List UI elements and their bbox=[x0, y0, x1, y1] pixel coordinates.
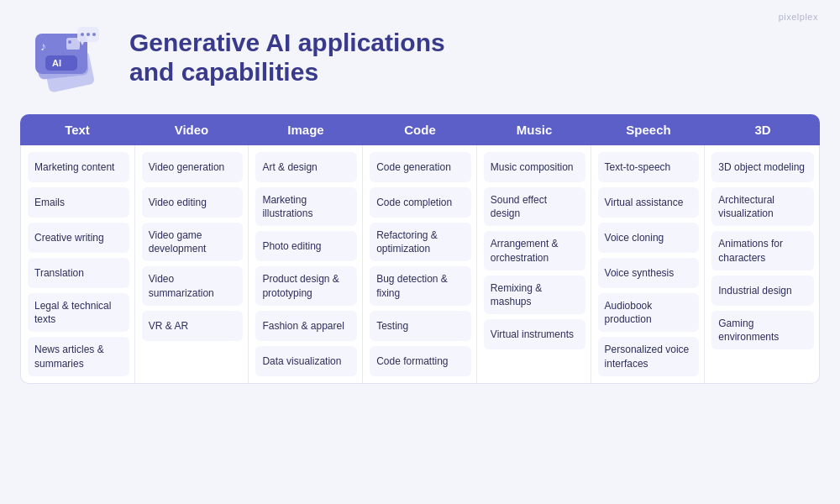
page: pixelplex ♪ AI bbox=[0, 0, 840, 504]
header: ♪ AI Generative AI applications and capa… bbox=[20, 15, 820, 99]
table-cell: Remixing & mashups bbox=[484, 276, 585, 314]
table-cell: Music composition bbox=[484, 152, 585, 182]
table-cell: Refactoring & optimization bbox=[370, 223, 471, 261]
table-body: Marketing contentEmailsCreative writingT… bbox=[20, 145, 820, 384]
table-cell: VR & AR bbox=[142, 311, 244, 341]
svg-point-5 bbox=[68, 40, 71, 44]
table-cell: Marketing content bbox=[28, 152, 129, 182]
table-cell: Animations for characters bbox=[711, 231, 814, 270]
brand-label: pixelplex bbox=[779, 12, 818, 22]
svg-text:♪: ♪ bbox=[40, 39, 46, 53]
table-cell: Arrangement & orchestration bbox=[484, 231, 585, 270]
table-cell: Creative writing bbox=[28, 223, 129, 253]
col-header-3d: 3D bbox=[706, 114, 820, 145]
col-header-text: Text bbox=[20, 114, 134, 145]
capabilities-table: TextVideoImageCodeMusicSpeech3D Marketin… bbox=[20, 114, 820, 384]
col-header-code: Code bbox=[363, 114, 477, 145]
table-cell: Product design & prototyping bbox=[255, 266, 357, 305]
col-body-music: Music compositionSound effect designArra… bbox=[477, 145, 591, 383]
svg-rect-7 bbox=[45, 55, 77, 71]
table-cell: Code formatting bbox=[370, 346, 471, 376]
col-header-image: Image bbox=[249, 114, 363, 145]
table-cell: Legal & technical texts bbox=[28, 293, 129, 332]
table-cell: Sound effect design bbox=[484, 187, 585, 226]
table-cell: Emails bbox=[28, 187, 129, 218]
table-header-row: TextVideoImageCodeMusicSpeech3D bbox=[20, 114, 820, 145]
col-body-video: Video generationVideo editingVideo game … bbox=[135, 145, 249, 383]
svg-point-12 bbox=[92, 33, 96, 36]
table-cell: Data visualization bbox=[255, 346, 357, 376]
col-body-speech: Text-to-speechVirtual assistanceVoice cl… bbox=[591, 145, 706, 383]
col-body-code: Code generationCode completionRefactorin… bbox=[363, 145, 477, 383]
svg-point-11 bbox=[87, 33, 90, 36]
table-cell: Industrial design bbox=[711, 276, 814, 306]
table-cell: Voice cloning bbox=[598, 223, 700, 253]
table-cell: Voice synthesis bbox=[598, 258, 700, 288]
title-line1: Generative AI applications bbox=[129, 28, 445, 57]
title-line2: and capabilities bbox=[129, 57, 445, 87]
table-cell: Audiobook production bbox=[598, 293, 700, 332]
col-header-music: Music bbox=[477, 114, 591, 145]
table-cell: Virtual instruments bbox=[484, 319, 585, 349]
table-cell: 3D object modeling bbox=[711, 152, 814, 182]
svg-point-10 bbox=[81, 33, 84, 36]
col-body-image: Art & designMarketing illustrationsPhoto… bbox=[249, 145, 363, 383]
table-cell: Code completion bbox=[370, 187, 471, 218]
col-header-speech: Speech bbox=[591, 114, 706, 145]
col-header-video: Video bbox=[134, 114, 249, 145]
table-cell: Gaming environments bbox=[711, 311, 814, 349]
table-cell: News articles & summaries bbox=[28, 337, 129, 375]
table-cell: Fashion & apparel bbox=[255, 311, 357, 341]
table-cell: Translation bbox=[28, 258, 129, 288]
table-cell: Art & design bbox=[255, 152, 357, 182]
header-title: Generative AI applications and capabilit… bbox=[129, 28, 445, 87]
table-cell: Architectural visualization bbox=[711, 187, 814, 226]
table-cell: Code generation bbox=[370, 152, 471, 182]
svg-text:AI: AI bbox=[52, 58, 61, 68]
hero-icon: ♪ AI bbox=[20, 15, 121, 99]
table-cell: Photo editing bbox=[255, 231, 357, 261]
table-cell: Video summarization bbox=[142, 266, 244, 305]
table-cell: Bug detection & fixing bbox=[370, 266, 471, 305]
table-cell: Video game development bbox=[142, 223, 244, 261]
table-cell: Video generation bbox=[142, 152, 244, 182]
table-cell: Virtual assistance bbox=[598, 187, 700, 218]
table-cell: Video editing bbox=[142, 187, 244, 218]
table-cell: Testing bbox=[370, 311, 471, 341]
table-cell: Personalized voice interfaces bbox=[598, 337, 700, 375]
table-cell: Marketing illustrations bbox=[255, 187, 357, 226]
col-body-text: Marketing contentEmailsCreative writingT… bbox=[21, 145, 135, 383]
table-cell: Text-to-speech bbox=[598, 152, 700, 182]
col-body-3d: 3D object modelingArchitectural visualiz… bbox=[705, 145, 819, 383]
